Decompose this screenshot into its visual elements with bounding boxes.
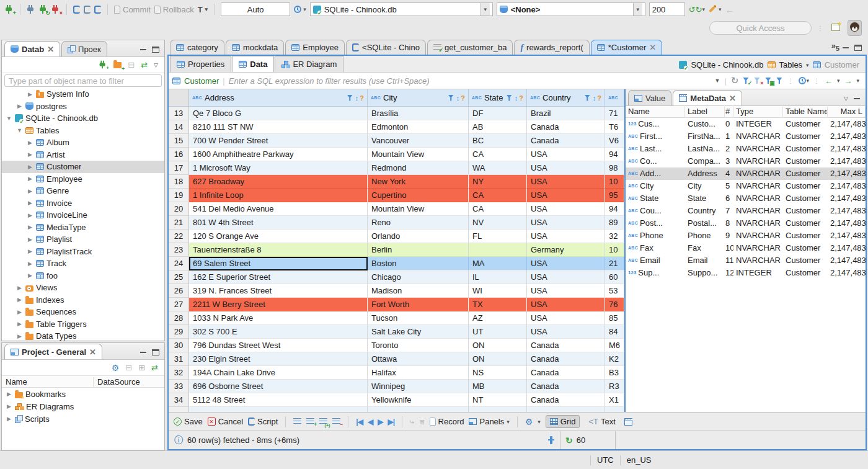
row-number[interactable]: 27 <box>169 298 189 311</box>
cell-postal[interactable]: B3 <box>605 366 624 380</box>
fetch-size-input[interactable]: 200 <box>649 2 685 16</box>
next-page-icon[interactable]: ▶ <box>378 418 383 426</box>
expand-arrow-icon[interactable]: ▶ <box>27 140 33 146</box>
project-item-bookmarks[interactable]: ▶Bookmarks <box>2 388 164 400</box>
meta-column-header-max-l[interactable]: Max L <box>828 105 866 118</box>
cancel-button[interactable]: ✕Cancel <box>208 417 243 426</box>
cell-country[interactable]: Canada <box>527 380 605 393</box>
add-row-icon[interactable] <box>306 418 314 425</box>
fetch-prev-dropdown[interactable]: ▾ <box>837 78 840 84</box>
tree-item-album[interactable]: ▶Album <box>2 136 164 149</box>
cell-city[interactable]: Brasília <box>368 107 469 120</box>
cell-address[interactable]: 541 Del Medio Avenue <box>189 202 368 216</box>
expand-arrow-icon[interactable]: ▶ <box>27 176 33 182</box>
view-menu-icon[interactable]: ▽ <box>154 62 158 68</box>
cell-country[interactable]: Canada <box>527 134 605 148</box>
cell-state[interactable]: WI <box>469 284 527 298</box>
cell-country[interactable]: USA <box>527 189 605 202</box>
execution-time-icon[interactable]: ▾ <box>799 77 809 84</box>
expand-arrow-icon[interactable]: ▶ <box>16 297 23 303</box>
last-page-icon[interactable]: ▶| <box>388 418 394 426</box>
grid-view-toggle[interactable]: Grid <box>546 415 580 428</box>
cell-city[interactable]: Winnipeg <box>368 380 469 393</box>
meta-column-header-name[interactable]: Name <box>626 105 685 118</box>
row-number[interactable]: 17 <box>169 161 189 175</box>
cell-address[interactable]: 319 N. Frances Street <box>189 284 368 298</box>
cell-country[interactable]: Canada <box>527 339 605 352</box>
cell-country[interactable]: USA <box>527 161 605 175</box>
chevron-down-icon[interactable]: ▾ <box>806 62 809 68</box>
cell-address[interactable]: 120 S Orange Ave <box>189 230 368 243</box>
prev-page-icon[interactable]: ◀ <box>368 418 373 426</box>
meta-row[interactable]: ABCStateState6NVARCHARCustomer2,147,483 <box>626 192 866 205</box>
cell-address[interactable]: 1033 N Park Ave <box>189 311 368 325</box>
cell-state[interactable]: CA <box>469 202 527 216</box>
cell-state[interactable]: NY <box>469 175 527 189</box>
cell-address[interactable]: 1 Infinite Loop <box>189 189 368 202</box>
row-number[interactable]: 29 <box>169 325 189 339</box>
refresh-icon[interactable]: ↻ <box>731 75 739 86</box>
link-with-editor-icon[interactable]: ⇄ <box>141 60 148 69</box>
expand-arrow-icon[interactable]: ▼ <box>16 127 23 133</box>
expand-arrow-icon[interactable]: ▶ <box>27 212 33 218</box>
commit-button[interactable]: Commit <box>114 5 151 14</box>
cell-city[interactable]: New York <box>368 175 469 189</box>
meta-column-header-table-name[interactable]: Table Name <box>783 105 828 118</box>
cell-state[interactable]: IL <box>469 270 527 284</box>
sort-icon[interactable]: ↕ <box>593 94 596 102</box>
row-number[interactable]: 26 <box>169 284 189 298</box>
transaction-log-button[interactable]: ▾ <box>294 6 306 13</box>
cell-postal[interactable]: 94 <box>605 148 624 161</box>
cell-city[interactable]: Orlando <box>368 230 469 243</box>
cell-city[interactable]: Reno <box>368 216 469 230</box>
tab-database-navigator[interactable]: Datab ✕ <box>4 41 60 56</box>
cell-country[interactable]: Canada <box>527 366 605 380</box>
cell-country[interactable]: USA <box>527 270 605 284</box>
tree-item-mediatype[interactable]: ▶MediaType <box>2 221 164 234</box>
tree-item-invoiceline[interactable]: ▶InvoiceLine <box>2 209 164 221</box>
new-connection-icon[interactable]: + <box>99 61 107 69</box>
project-item-er-diagrams[interactable]: ▶ER Diagrams <box>2 400 164 413</box>
cell-address[interactable]: 696 Osborne Street <box>189 380 368 393</box>
cell-country[interactable]: Canada <box>527 393 605 407</box>
close-icon[interactable]: ✕ <box>89 347 96 357</box>
record-button[interactable]: Record <box>430 417 464 426</box>
row-number[interactable]: 16 <box>169 148 189 161</box>
cell-state[interactable]: MA <box>469 257 527 270</box>
tab-data[interactable]: Data <box>232 56 274 72</box>
cell-postal[interactable]: 84 <box>605 325 624 339</box>
close-icon[interactable]: ✕ <box>729 94 736 103</box>
editor-tab-get-customer-ba[interactable]: get_customer_ba <box>427 40 513 55</box>
cell-city[interactable]: Mountain View <box>368 148 469 161</box>
cell-country[interactable]: Germany <box>527 243 605 257</box>
highlight-button[interactable]: ▾ <box>709 6 722 12</box>
tree-item-playlisttrack[interactable]: ▶PlaylistTrack <box>2 246 164 258</box>
expand-arrow-icon[interactable]: ▶ <box>27 91 33 97</box>
cell-postal[interactable]: 94 <box>605 202 624 216</box>
cell-state[interactable]: NS <box>469 366 527 380</box>
cell-country[interactable]: USA <box>527 175 605 189</box>
expand-arrow-icon[interactable]: ▶ <box>27 224 33 230</box>
cell-postal[interactable]: 21 <box>605 257 624 270</box>
cell-state[interactable]: DF <box>469 107 527 120</box>
row-number[interactable]: 13 <box>169 107 189 120</box>
row-number[interactable]: 31 <box>169 352 189 366</box>
calc-panel-icon[interactable] <box>550 436 552 444</box>
cell-state[interactable]: WA <box>469 161 527 175</box>
filter-help-icon[interactable]: ? <box>597 94 601 102</box>
tab-er-diagram[interactable]: ER Diagram <box>275 56 343 72</box>
tree-item-sqlite-chinook-db[interactable]: ▼SQLite - Chinook.db <box>2 112 164 125</box>
cell-city[interactable]: Fort Worth <box>368 298 469 311</box>
cell-postal[interactable]: 85 <box>605 311 624 325</box>
cell-postal[interactable]: 76 <box>605 298 624 311</box>
cell-postal[interactable]: X1 <box>605 393 624 407</box>
tab-overflow-button[interactable]: »5 <box>831 41 841 55</box>
new-sql-editor-icon[interactable] <box>94 6 101 14</box>
dbeaver-perspective-button[interactable] <box>848 20 862 36</box>
expand-arrow-icon[interactable]: ▼ <box>6 115 12 122</box>
cell-postal[interactable]: 53 <box>605 284 624 298</box>
refresh-sync-button[interactable]: ↺↻▾ <box>689 5 705 14</box>
view-menu-icon[interactable]: ▽ <box>844 96 848 102</box>
cell-address[interactable]: 230 Elgin Street <box>189 352 368 366</box>
settings-gear-icon[interactable]: ⚙ <box>112 363 120 373</box>
